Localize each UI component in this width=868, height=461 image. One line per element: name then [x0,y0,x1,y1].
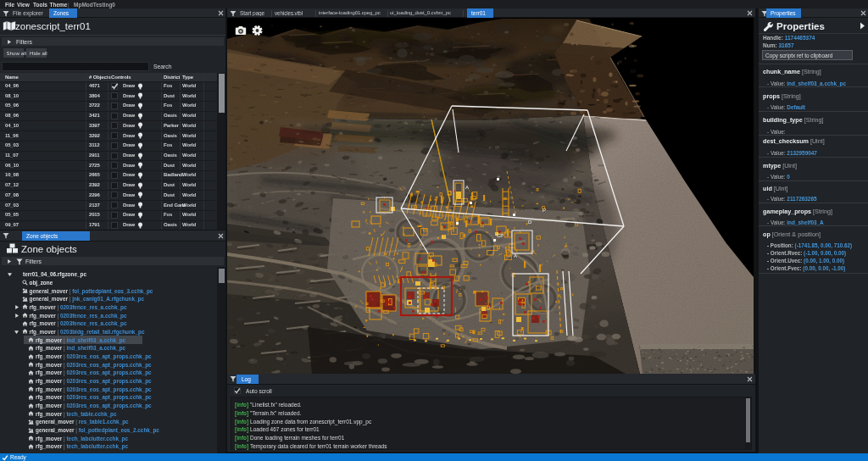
svg-text:A: A [514,253,517,258]
svg-text:D: D [528,219,532,225]
svg-text:CP: CP [497,233,504,238]
svg-text:A: A [465,185,469,190]
